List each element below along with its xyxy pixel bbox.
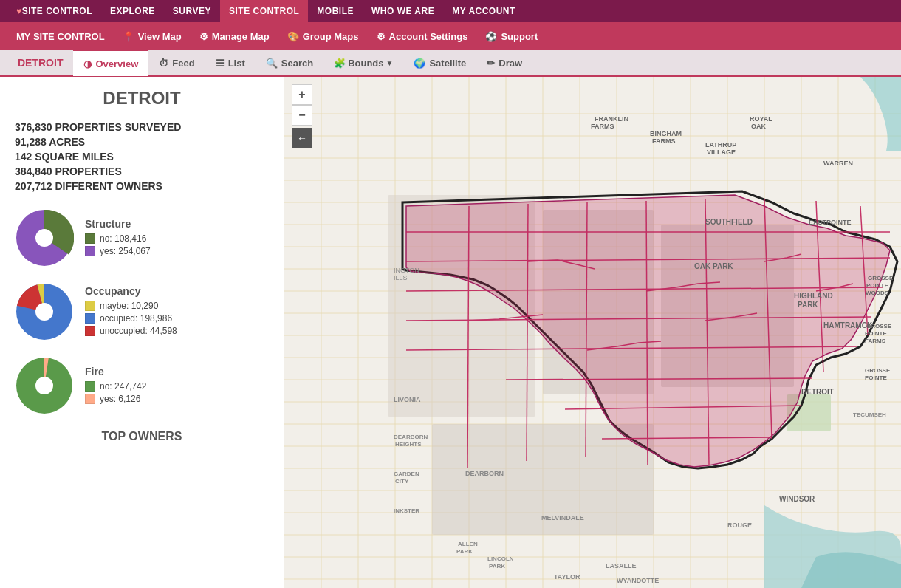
- stat-properties-surveyed: 376,830 PROPERTIES SURVEYED: [15, 120, 269, 134]
- svg-text:OAK: OAK: [751, 123, 767, 130]
- svg-text:GARDEN: GARDEN: [394, 471, 419, 477]
- settings-icon: ⚙: [377, 31, 386, 42]
- nav-my-account[interactable]: MY ACCOUNT: [443, 0, 524, 22]
- my-site-control-link[interactable]: MY SITE CONTROL: [7, 22, 114, 50]
- svg-text:HEIGHTS: HEIGHTS: [395, 441, 422, 448]
- stat-owners: 207,712 DIFFERENT OWNERS: [15, 179, 269, 194]
- svg-text:GROSSE: GROSSE: [865, 367, 891, 374]
- search-icon: 🔍: [266, 58, 278, 69]
- structure-yes-label: yes: 254,067: [100, 246, 151, 256]
- svg-text:LATHRUP: LATHRUP: [705, 141, 736, 148]
- occupancy-legend-maybe: maybe: 10,290: [85, 301, 269, 311]
- fire-title: Fire: [85, 366, 269, 377]
- structure-title: Structure: [85, 218, 269, 230]
- map-back-button[interactable]: ←: [292, 128, 312, 148]
- nav-label: SITE CONTROL: [229, 6, 299, 16]
- nav-site-control-active[interactable]: SITE CONTROL: [220, 0, 308, 22]
- fire-yes-label: yes: 6,126: [100, 394, 140, 404]
- svg-text:POINTE: POINTE: [865, 375, 887, 381]
- svg-text:GROSSE: GROSSE: [866, 323, 892, 329]
- stats-list: 376,830 PROPERTIES SURVEYED 91,288 ACRES…: [15, 120, 269, 194]
- stat-properties: 384,840 PROPERTIES: [15, 164, 269, 179]
- svg-point-5: [35, 377, 53, 394]
- structure-no-label: no: 108,416: [100, 233, 146, 244]
- svg-text:WOODS: WOODS: [866, 290, 889, 296]
- city-name: DETROIT: [18, 57, 63, 69]
- zoom-in-button[interactable]: +: [292, 84, 312, 105]
- occupancy-title: Occupancy: [85, 285, 269, 297]
- account-settings-label: Account Settings: [389, 31, 468, 42]
- nav-explore[interactable]: EXPLORE: [101, 0, 164, 22]
- svg-text:GROSSE: GROSSE: [868, 275, 894, 281]
- occupancy-legend-unoccupied: unoccupied: 44,598: [85, 326, 269, 336]
- svg-text:ROYAL: ROYAL: [750, 115, 772, 123]
- structure-legend-no: no: 108,416: [85, 233, 269, 244]
- main-layout: DETROIT 376,830 PROPERTIES SURVEYED 91,2…: [0, 77, 901, 588]
- svg-text:INGTON: INGTON: [394, 267, 419, 274]
- fire-yes-swatch: [85, 394, 95, 404]
- svg-text:WYANDOTTE: WYANDOTTE: [617, 577, 659, 584]
- svg-text:HAMTRAMCK: HAMTRAMCK: [823, 321, 873, 329]
- city-name-link[interactable]: DETROIT: [7, 49, 73, 76]
- svg-text:TAYLOR: TAYLOR: [554, 573, 580, 581]
- fire-legend-no: no: 247,742: [85, 381, 269, 392]
- tab-list[interactable]: ☰ List: [205, 49, 256, 76]
- svg-text:ALLEN: ALLEN: [458, 541, 478, 547]
- city-title: DETROIT: [15, 88, 269, 109]
- nav-site-control-logo[interactable]: SITE CONTROL: [7, 0, 101, 22]
- view-map-link[interactable]: 📍 View Map: [114, 22, 191, 50]
- svg-text:ROUGE: ROUGE: [727, 522, 752, 529]
- nav-mobile[interactable]: MOBILE: [308, 0, 363, 22]
- support-label: Support: [501, 31, 538, 42]
- chart-fire: Fire no: 247,742 yes: 6,126: [15, 356, 269, 415]
- svg-text:LASALLE: LASALLE: [606, 562, 637, 570]
- svg-text:TECUMSEH: TECUMSEH: [853, 411, 886, 418]
- svg-text:HIGHLAND: HIGHLAND: [794, 292, 833, 300]
- map-area: + − ←: [284, 77, 901, 588]
- svg-text:LIVONIA: LIVONIA: [394, 396, 421, 403]
- zoom-out-button[interactable]: −: [292, 105, 312, 126]
- svg-text:OAK PARK: OAK PARK: [694, 262, 733, 270]
- tab-search-label: Search: [281, 58, 313, 69]
- view-map-label: View Map: [138, 31, 182, 42]
- tab-search[interactable]: 🔍 Search: [256, 49, 323, 76]
- fire-legend-yes: yes: 6,126: [85, 394, 269, 404]
- svg-text:FARMS: FARMS: [591, 123, 614, 130]
- tab-draw[interactable]: ✏ Draw: [476, 49, 532, 76]
- manage-icon: ⚙: [199, 31, 208, 42]
- top-navigation: SITE CONTROL EXPLORE SURVEY SITE CONTROL…: [0, 0, 901, 22]
- manage-map-link[interactable]: ⚙ Manage Map: [191, 22, 278, 50]
- tab-feed[interactable]: ⏱ Feed: [148, 49, 205, 76]
- tab-bounds[interactable]: 🧩 Bounds ▼: [323, 49, 403, 76]
- unoccupied-swatch: [85, 326, 95, 336]
- support-link[interactable]: ⚽ Support: [476, 22, 547, 50]
- fire-no-label: no: 247,742: [100, 381, 146, 392]
- pie-fire: [15, 356, 74, 415]
- list-icon: ☰: [216, 58, 225, 69]
- nav-survey[interactable]: SURVEY: [164, 0, 220, 22]
- svg-point-1: [35, 229, 53, 247]
- group-icon: 🎨: [287, 31, 299, 42]
- map-svg: INGTON ILLS FRANKLIN FARMS BINGHAM FARMS…: [284, 77, 901, 588]
- svg-text:SOUTHFIELD: SOUTHFIELD: [705, 218, 753, 226]
- map-controls: + − ←: [292, 84, 312, 148]
- group-maps-link[interactable]: 🎨 Group Maps: [278, 22, 368, 50]
- svg-text:DETROIT: DETROIT: [801, 388, 834, 396]
- svg-text:PARK: PARK: [798, 301, 818, 309]
- tab-satellite[interactable]: 🌍 Satellite: [403, 49, 476, 76]
- svg-text:PARK: PARK: [456, 548, 473, 555]
- nav-who-we-are[interactable]: WHO WE ARE: [363, 0, 443, 22]
- svg-text:POINTE: POINTE: [866, 282, 888, 289]
- structure-labels: Structure no: 108,416 yes: 254,067: [85, 218, 269, 259]
- account-settings-link[interactable]: ⚙ Account Settings: [368, 22, 477, 50]
- chart-occupancy: Occupancy maybe: 10,290 occupied: 198,98…: [15, 282, 269, 341]
- svg-text:FARMS: FARMS: [652, 137, 676, 145]
- nav-label: MY ACCOUNT: [452, 6, 515, 16]
- draw-icon: ✏: [487, 58, 495, 69]
- tab-list-label: List: [228, 58, 245, 69]
- maybe-label: maybe: 10,290: [100, 301, 158, 311]
- svg-text:PARK: PARK: [489, 563, 505, 570]
- tab-overview[interactable]: ◑ Overview: [73, 49, 148, 76]
- map-icon: 📍: [123, 31, 134, 42]
- svg-text:DEARBORN: DEARBORN: [394, 434, 428, 440]
